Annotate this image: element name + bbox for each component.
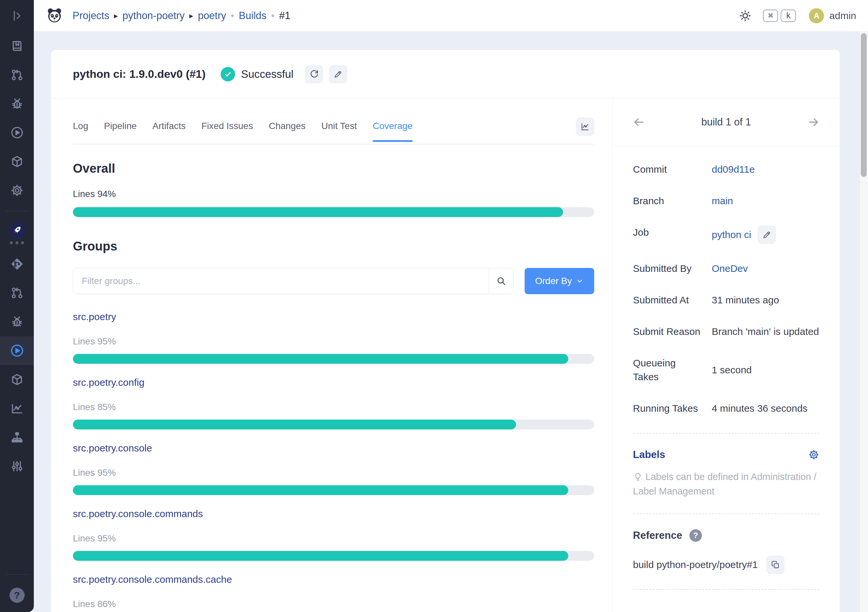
field-value: 31 minutes ago	[712, 293, 779, 307]
sidebar-item-project-packages[interactable]	[0, 365, 34, 394]
scrollbar-thumb[interactable]	[861, 33, 867, 177]
breadcrumb-link[interactable]: poetry	[198, 10, 226, 22]
settings-icon	[11, 460, 24, 473]
theme-toggle-button[interactable]	[739, 9, 752, 22]
onedev-logo[interactable]	[46, 7, 64, 25]
coverage-group-list: src.poetryLines 95%src.poetry.configLine…	[73, 311, 594, 612]
builds-icon	[10, 344, 24, 358]
breadcrumb-separator: •	[231, 10, 234, 21]
page-scrollbar[interactable]	[859, 31, 868, 612]
copy-reference-button[interactable]	[766, 556, 784, 574]
overall-progress-fill	[73, 207, 563, 217]
field-value[interactable]: OneDev	[712, 262, 748, 276]
build-field-list: Commitdd09d11eBranchmainJobpython ciSubm…	[633, 163, 819, 415]
user-menu[interactable]: A admin	[809, 8, 856, 23]
filter-groups-input[interactable]	[73, 268, 489, 294]
cmd-key: ⌘	[763, 9, 778, 22]
edit-build-button[interactable]	[329, 65, 347, 84]
search-button[interactable]	[489, 268, 513, 294]
overall-progress-track	[73, 207, 594, 217]
coverage-group-metric: Lines 95%	[73, 336, 594, 347]
tab-log[interactable]: Log	[73, 121, 88, 133]
pull-requests-icon	[11, 68, 24, 81]
labels-settings-button[interactable]	[808, 449, 819, 460]
edit-icon	[333, 70, 343, 79]
next-build-button[interactable]	[808, 116, 819, 128]
edit-job-button[interactable]	[758, 226, 776, 244]
pull-requests-icon	[11, 286, 24, 299]
order-by-label: Order By	[535, 276, 572, 286]
sidebar-item-project-issues[interactable]	[0, 307, 34, 336]
help-button[interactable]: ?	[0, 581, 34, 610]
project-avatar[interactable]	[9, 222, 26, 239]
prev-build-button[interactable]	[633, 116, 645, 128]
breadcrumb-link[interactable]: python-poetry	[122, 10, 185, 22]
success-check-icon	[221, 67, 235, 81]
build-title: python ci: 1.9.0.dev0 (#1)	[73, 68, 206, 81]
field-value[interactable]: dd09d11e	[712, 163, 755, 176]
coverage-group-link[interactable]: src.poetry.console.commands.cache	[73, 574, 232, 585]
sidebar-item-settings[interactable]	[0, 452, 34, 481]
sidebar-divider	[5, 574, 29, 575]
breadcrumb: Projects▸python-poetry▸poetry•Builds•#1	[73, 10, 295, 22]
packages-icon	[11, 155, 24, 168]
build-status: Successful	[221, 67, 293, 81]
field-value: 1 second	[712, 363, 752, 377]
sidebar-item-issues[interactable]	[0, 89, 34, 118]
sidebar-expand-button[interactable]	[0, 0, 34, 31]
sidebar-item-packages[interactable]	[0, 147, 34, 176]
tab-artifacts[interactable]: Artifacts	[152, 121, 186, 133]
sidebar-item-project-pull-requests[interactable]	[0, 279, 34, 307]
breadcrumb-separator: •	[271, 10, 275, 21]
breadcrumb-link[interactable]: Builds	[239, 10, 266, 22]
coverage-group-metric: Lines 95%	[73, 468, 594, 478]
field-label: Job	[633, 226, 712, 239]
coverage-group-link[interactable]: src.poetry.config	[73, 377, 144, 388]
gear-icon	[808, 449, 819, 460]
coverage-group: src.poetryLines 95%	[73, 311, 594, 364]
sidebar-item-statistics[interactable]	[0, 394, 34, 423]
tab-coverage[interactable]: Coverage	[373, 121, 412, 133]
sidebar-project-nav	[0, 249, 34, 481]
group-progress-track	[73, 420, 594, 429]
question-icon[interactable]: ?	[690, 529, 702, 542]
field-label: Commit	[633, 163, 712, 176]
rerun-button[interactable]	[305, 65, 323, 84]
packages-icon	[11, 373, 24, 386]
code-icon	[10, 257, 24, 271]
tab-changes[interactable]: Changes	[269, 121, 305, 133]
sidebar-item-pull-requests[interactable]	[0, 60, 34, 89]
breadcrumb-link[interactable]: Projects	[73, 10, 109, 22]
shortcut-hint[interactable]: ⌘ k	[763, 9, 796, 22]
field-value[interactable]: python ci	[712, 228, 751, 242]
stats-button[interactable]	[576, 118, 594, 136]
coverage-group: src.poetry.consoleLines 95%	[73, 443, 594, 495]
build-pager: build 1 of 1	[612, 99, 840, 146]
divider	[633, 513, 819, 514]
tab-fixed-issues[interactable]: Fixed Issues	[202, 121, 253, 133]
groups-heading: Groups	[73, 239, 594, 254]
sidebar-item-builds[interactable]	[0, 118, 34, 147]
labels-hint: Labels can be defined in Administration …	[633, 470, 819, 498]
tab-pipeline[interactable]: Pipeline	[104, 121, 137, 133]
coverage-group-metric: Lines 86%	[73, 599, 594, 609]
field-value[interactable]: main	[712, 194, 733, 208]
sidebar-item-project-builds[interactable]	[0, 336, 34, 365]
sidebar-global-nav	[0, 31, 34, 205]
build-field-row: Queueing Takes1 second	[633, 356, 819, 384]
sidebar-item-code[interactable]	[0, 249, 34, 279]
group-progress-track	[73, 354, 594, 364]
sidebar-item-projects[interactable]	[0, 31, 34, 60]
coverage-group-link[interactable]: src.poetry.console.commands	[73, 508, 203, 519]
sidebar-item-administration[interactable]	[0, 176, 34, 205]
tab-unit-test[interactable]: Unit Test	[321, 121, 357, 133]
help-icon: ?	[9, 588, 25, 603]
coverage-group-link[interactable]: src.poetry.console	[73, 443, 152, 454]
sidebar-item-child-projects[interactable]	[0, 423, 34, 452]
breadcrumb-current: #1	[279, 10, 290, 22]
order-by-button[interactable]: Order By	[525, 268, 594, 294]
issues-icon	[11, 97, 24, 110]
avatar: A	[809, 8, 824, 23]
coverage-group-link[interactable]: src.poetry	[73, 311, 116, 322]
project-switcher-dots[interactable]	[10, 241, 24, 244]
